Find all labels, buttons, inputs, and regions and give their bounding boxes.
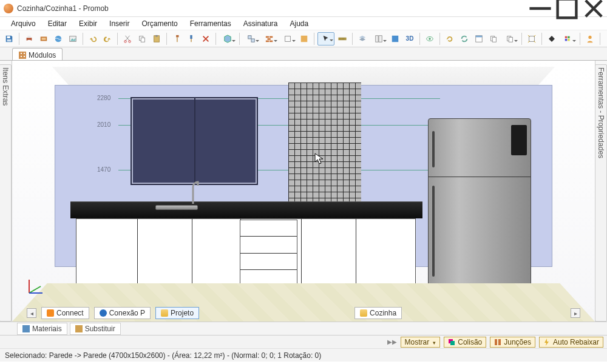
side-ferramentas-propriedades[interactable]: Ferramentas - Propriedades [595,64,607,322]
side-itens-extras[interactable]: Itens Extras [0,64,12,322]
svg-rect-49 [565,39,568,41]
palette-dropdown[interactable] [560,32,577,46]
export-icon[interactable] [37,32,50,46]
kitchen-window[interactable] [131,97,258,185]
box-dropdown[interactable] [279,32,296,46]
folder-icon [161,309,168,317]
svg-rect-40 [476,35,483,37]
rss-icon [47,309,54,317]
fridge[interactable] [428,118,531,294]
tabs-scroll-right[interactable]: ▸ [571,308,580,318]
axis-gizmo [29,275,47,294]
tab-projeto[interactable]: Projeto [155,307,199,319]
status-colisao[interactable]: Colisão [444,337,486,348]
svg-rect-26 [268,38,271,40]
paste-icon[interactable] [150,32,163,46]
menu-arquivo[interactable]: Arquivo [6,18,41,29]
duplicate-icon[interactable] [487,32,500,46]
panorama-icon[interactable] [52,32,65,46]
menu-ajuda[interactable]: Ajuda [285,18,314,29]
svg-rect-16 [155,35,158,36]
refresh-icon[interactable] [458,32,471,46]
modules-tab-strip: Módulos [0,47,607,61]
eye-icon[interactable] [423,32,436,46]
close-button[interactable] [580,0,607,17]
svg-rect-4 [27,35,30,38]
status-auto-rebaixar[interactable]: Auto Rebaixar [539,337,603,348]
undo-icon[interactable] [86,32,100,46]
svg-rect-42 [492,37,496,42]
svg-rect-14 [141,38,144,42]
modules-tab-label: Módulos [29,51,56,59]
delete-icon[interactable] [199,32,212,46]
tabs-scroll-left[interactable]: ◂ [27,308,36,318]
sink[interactable] [155,205,198,210]
menu-ferramentas[interactable]: Ferramentas [185,18,236,29]
svg-rect-24 [266,36,269,38]
subtab-materiais[interactable]: Materiais [17,323,67,335]
3d-viewport[interactable]: 2280 2010 1470 [12,61,595,322]
svg-rect-45 [529,36,535,41]
bolt-icon [543,339,551,346]
cube-dropdown[interactable] [219,32,236,46]
globe-icon [100,309,107,317]
diamond-icon[interactable] [545,32,558,46]
svg-rect-23 [251,39,254,42]
materials-icon [22,325,30,332]
save-icon[interactable] [2,32,16,46]
fridge-split [429,177,531,177]
props-dropdown[interactable] [370,32,387,46]
tab-conexao[interactable]: Conexão P [94,307,151,319]
image-icon[interactable] [66,32,80,46]
group-dropdown[interactable] [243,32,260,46]
svg-rect-0 [558,0,577,18]
rotate-icon[interactable] [443,32,456,46]
layers-icon[interactable] [356,32,369,46]
menu-editar[interactable]: Editar [43,18,72,29]
svg-rect-5 [27,39,30,41]
measure-icon[interactable] [336,32,349,46]
fridge-handle-top [432,131,435,167]
wall-dropdown[interactable] [261,32,278,46]
window-title: Cozinha/Cozinha1 - Promob [17,4,109,13]
cut-icon[interactable] [121,32,134,46]
duplicate-dropdown[interactable] [501,32,518,46]
dim-2010: 2010 [97,121,110,128]
select-tool[interactable] [317,32,334,46]
menu-exibir[interactable]: Exibir [74,18,102,29]
svg-rect-46 [549,36,555,42]
faucet[interactable] [185,175,201,204]
subtab-substituir[interactable]: Substituir [70,323,121,335]
modules-tab[interactable]: Módulos [12,48,63,60]
hammer-icon[interactable] [170,32,183,46]
menu-orcamento[interactable]: Orçamento [137,18,182,29]
minimize-button[interactable] [527,0,554,17]
svg-rect-34 [376,35,378,42]
redo-icon[interactable] [101,32,114,46]
left-side-panels: Itens Extras Inserção Automática Lista d… [0,61,12,322]
copy-icon[interactable] [135,32,149,46]
person-icon[interactable] [583,32,597,46]
status-juncoes[interactable]: Junções [490,337,535,348]
tab-connect[interactable]: Connect [41,307,89,319]
svg-rect-57 [498,339,501,345]
menu-assinatura[interactable]: Assinatura [239,18,283,29]
drawer-stack[interactable] [240,220,297,287]
brush-icon[interactable] [185,32,198,46]
window-icon[interactable] [472,32,486,46]
zoom-fit-icon[interactable] [525,32,538,46]
print-icon[interactable] [22,32,36,46]
countertop[interactable] [70,201,422,218]
tile-backsplash[interactable] [288,83,361,216]
svg-rect-19 [190,35,192,38]
svg-rect-20 [191,39,192,42]
status-mostrar[interactable]: Mostrar [401,337,441,348]
status-bar-tools: ▶▶ Mostrar Colisão Junções Auto Rebaixar [0,335,607,348]
colorbox-icon[interactable] [297,32,311,46]
bluebox-icon[interactable] [388,32,402,46]
3d-icon[interactable]: 3D [403,32,416,46]
mostrar-glyph: ▶▶ [387,339,397,345]
tab-cozinha[interactable]: Cozinha [354,307,402,319]
maximize-button[interactable] [554,0,580,17]
menu-inserir[interactable]: Inserir [104,18,134,29]
